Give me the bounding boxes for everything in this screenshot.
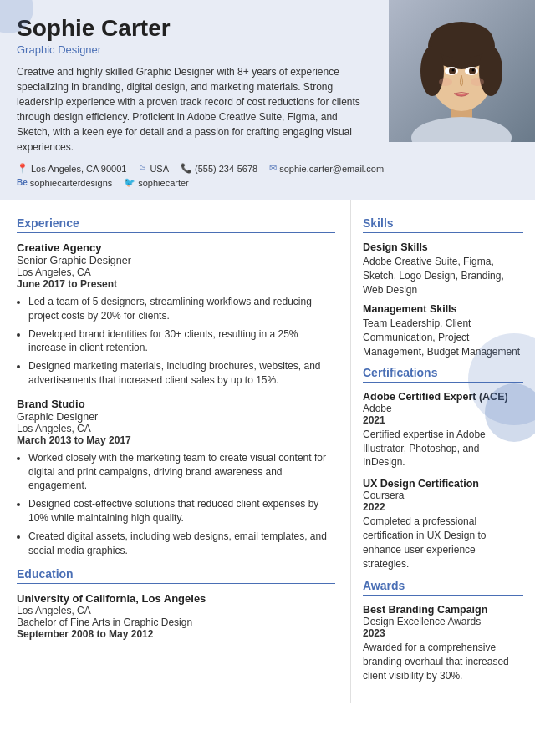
job-1-bullet-1: Led a team of 5 designers, streamlining … bbox=[28, 295, 335, 323]
experience-section-title: Experience bbox=[17, 216, 335, 233]
job-2-location: Los Angeles, CA bbox=[17, 423, 335, 434]
education-section-title: Education bbox=[17, 567, 335, 584]
job-2-period: March 2013 to May 2017 bbox=[17, 434, 335, 446]
email-icon: ✉ bbox=[269, 163, 277, 174]
job-1-location: Los Angeles, CA bbox=[17, 266, 335, 278]
job-2: Brand Studio Graphic Designer Los Angele… bbox=[17, 398, 335, 558]
edu-location: Los Angeles, CA bbox=[17, 605, 335, 616]
award-1-org: Design Excellence Awards bbox=[363, 616, 523, 627]
education-1: University of California, Los Angeles Lo… bbox=[17, 592, 335, 640]
job-1-bullets: Led a team of 5 designers, streamlining … bbox=[28, 295, 335, 388]
job-1-role: Senior Graphic Designer bbox=[17, 255, 335, 266]
job-2-bullet-2: Designed cost-effective solutions that r… bbox=[28, 497, 335, 525]
edu-period: September 2008 to May 2012 bbox=[17, 628, 335, 640]
awards-section-title: Awards bbox=[363, 579, 523, 596]
award-1: Best Branding Campaign Design Excellence… bbox=[363, 604, 523, 682]
contact-country: 🏳 USA bbox=[138, 163, 169, 174]
award-1-year: 2023 bbox=[363, 627, 523, 639]
social-twitter: 🐦 sophiecarter bbox=[124, 177, 189, 188]
job-2-bullets: Worked closely with the marketing team t… bbox=[28, 451, 335, 558]
cert-2-issuer: Coursera bbox=[363, 490, 523, 501]
contact-location: 📍 Los Angeles, CA 90001 bbox=[17, 163, 126, 174]
skill-management-category: Management Skills bbox=[363, 303, 523, 315]
location-icon: 📍 bbox=[17, 163, 28, 174]
cert-2: UX Design Certification Coursera 2022 Co… bbox=[363, 478, 523, 571]
svg-point-15 bbox=[471, 78, 484, 86]
phone-icon: 📞 bbox=[181, 163, 192, 174]
skill-design-category: Design Skills bbox=[363, 241, 523, 253]
svg-point-14 bbox=[439, 78, 452, 86]
resume-summary: Creative and highly skilled Graphic Desi… bbox=[17, 64, 368, 155]
contact-location-text: Los Angeles, CA 90001 bbox=[31, 164, 126, 174]
social-behance: Be sophiecarterdesigns bbox=[17, 177, 112, 188]
svg-point-12 bbox=[452, 69, 455, 72]
cert-1-desc: Certified expertise in Adobe Illustrator… bbox=[363, 428, 523, 469]
contact-list: 📍 Los Angeles, CA 90001 🏳 USA 📞 (555) 23… bbox=[17, 163, 518, 174]
job-1-period: June 2017 to Present bbox=[17, 278, 335, 290]
cert-1-issuer: Adobe bbox=[363, 403, 523, 414]
contact-phone: 📞 (555) 234-5678 bbox=[181, 163, 257, 174]
contact-email-text: sophie.carter@email.com bbox=[279, 164, 384, 174]
skill-design: Design Skills Adobe Creative Suite, Figm… bbox=[363, 241, 523, 297]
skill-design-text: Adobe Creative Suite, Figma, Sketch, Log… bbox=[363, 255, 523, 297]
social-list: Be sophiecarterdesigns 🐦 sophiecarter bbox=[17, 177, 518, 188]
job-1: Creative Agency Senior Graphic Designer … bbox=[17, 241, 335, 388]
certifications-section-title: Certifications bbox=[363, 366, 523, 383]
job-2-role: Graphic Designer bbox=[17, 411, 335, 423]
job-1-bullet-3: Designed marketing materials, including … bbox=[28, 359, 335, 388]
skill-management-text: Team Leadership, Client Communication, P… bbox=[363, 317, 523, 358]
contact-phone-text: (555) 234-5678 bbox=[195, 164, 257, 174]
skills-section-title: Skills bbox=[363, 216, 523, 233]
flag-icon: 🏳 bbox=[138, 164, 147, 174]
edu-school-name: University of California, Los Angeles bbox=[17, 592, 335, 605]
contact-country-text: USA bbox=[150, 164, 169, 174]
twitter-icon: 🐦 bbox=[124, 177, 135, 188]
right-column: Skills Design Skills Adobe Creative Suit… bbox=[351, 200, 535, 703]
profile-photo-container bbox=[389, 0, 535, 142]
skill-management: Management Skills Team Leadership, Clien… bbox=[363, 303, 523, 358]
cert-1: Adobe Certified Expert (ACE) Adobe 2021 … bbox=[363, 391, 523, 469]
job-2-bullet-1: Worked closely with the marketing team t… bbox=[28, 451, 335, 493]
social-twitter-text: sophiecarter bbox=[138, 178, 189, 188]
award-1-desc: Awarded for a comprehensive branding ove… bbox=[363, 641, 523, 682]
header-section: Sophie Carter Graphic Designer Creative … bbox=[0, 0, 535, 200]
cert-1-name: Adobe Certified Expert (ACE) bbox=[363, 391, 523, 403]
cert-2-name: UX Design Certification bbox=[363, 478, 523, 490]
award-1-name: Best Branding Campaign bbox=[363, 604, 523, 616]
body-section: Experience Creative Agency Senior Graphi… bbox=[0, 200, 535, 703]
cert-2-desc: Completed a professional certification i… bbox=[363, 515, 523, 571]
behance-icon: Be bbox=[17, 178, 28, 187]
cert-2-year: 2022 bbox=[363, 501, 523, 513]
contact-email: ✉ sophie.carter@email.com bbox=[269, 163, 384, 174]
left-column: Experience Creative Agency Senior Graphi… bbox=[0, 200, 351, 703]
job-2-company: Brand Studio bbox=[17, 398, 335, 410]
cert-1-year: 2021 bbox=[363, 414, 523, 426]
resume-container: Sophie Carter Graphic Designer Creative … bbox=[0, 0, 535, 756]
svg-point-13 bbox=[472, 69, 475, 72]
edu-degree: Bachelor of Fine Arts in Graphic Design bbox=[17, 616, 335, 628]
job-1-bullet-2: Developed brand identities for 30+ clien… bbox=[28, 327, 335, 356]
social-behance-text: sophiecarterdesigns bbox=[30, 178, 112, 188]
svg-point-7 bbox=[430, 22, 493, 58]
job-2-bullet-3: Created digital assets, including web de… bbox=[28, 530, 335, 558]
job-1-company: Creative Agency bbox=[17, 241, 335, 254]
profile-photo bbox=[389, 0, 535, 142]
